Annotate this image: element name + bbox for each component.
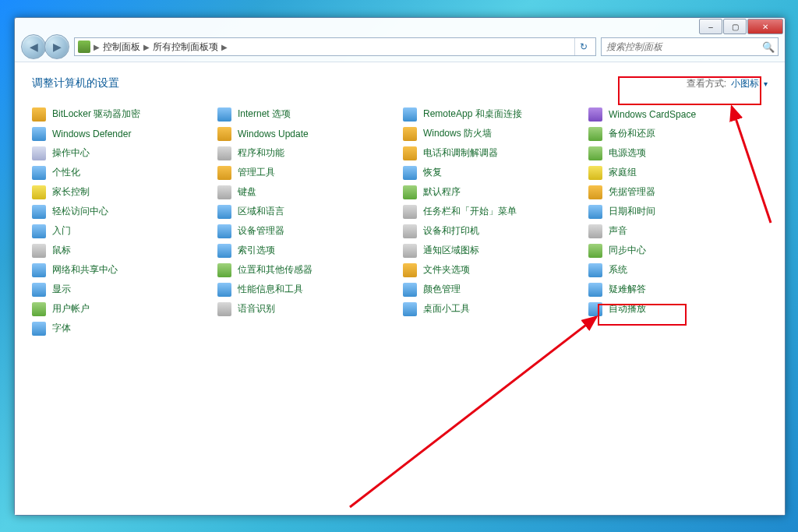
item-label: 声音 bbox=[609, 224, 627, 238]
control-panel-item[interactable]: 索引选项 bbox=[214, 241, 400, 260]
nav-buttons: ◀ ▶ bbox=[21, 34, 69, 59]
item-icon bbox=[217, 146, 231, 160]
item-label: 文件夹选项 bbox=[423, 263, 470, 277]
item-icon bbox=[403, 146, 417, 160]
view-mode-value[interactable]: 小图标 bbox=[731, 77, 759, 90]
control-panel-item[interactable]: 文件夹选项 bbox=[400, 260, 585, 280]
item-icon bbox=[588, 107, 602, 122]
control-panel-item[interactable]: 桌面小工具 bbox=[400, 299, 585, 319]
control-panel-item[interactable]: 电话和调制解调器 bbox=[400, 143, 585, 163]
items-grid: BitLocker 驱动器加密Internet 选项RemoteApp 和桌面连… bbox=[15, 100, 785, 343]
breadcrumb-control-panel[interactable]: 控制面板 bbox=[103, 41, 140, 54]
item-label: 默认程序 bbox=[423, 185, 461, 199]
control-panel-item[interactable]: 网络和共享中心 bbox=[29, 260, 214, 280]
item-label: 设备和打印机 bbox=[423, 224, 479, 238]
content-area: 调整计算机的设置 查看方式: 小图标 ▾ BitLocker 驱动器加密Inte… bbox=[15, 62, 785, 515]
item-label: 个性化 bbox=[52, 166, 80, 179]
item-icon bbox=[217, 205, 231, 219]
item-icon bbox=[217, 244, 231, 258]
refresh-button[interactable]: ↻ bbox=[574, 38, 592, 55]
item-icon bbox=[403, 185, 417, 199]
control-panel-item[interactable]: 管理工具 bbox=[214, 163, 400, 182]
control-panel-item[interactable]: 程序和功能 bbox=[214, 143, 400, 163]
control-panel-item[interactable]: BitLocker 驱动器加密 bbox=[29, 104, 214, 124]
control-panel-item[interactable]: 电源选项 bbox=[585, 143, 771, 163]
item-label: Windows Update bbox=[238, 129, 309, 139]
control-panel-item[interactable]: 字体 bbox=[29, 319, 214, 338]
search-input[interactable] bbox=[605, 41, 762, 53]
address-bar[interactable]: ▶ 控制面板 ▶ 所有控制面板项 ▶ ↻ bbox=[74, 37, 596, 56]
control-panel-item[interactable]: RemoteApp 和桌面连接 bbox=[400, 104, 585, 124]
control-panel-item[interactable]: 设备管理器 bbox=[214, 221, 400, 241]
view-mode-selector[interactable]: 查看方式: 小图标 ▾ bbox=[687, 77, 768, 90]
control-panel-item[interactable]: 键盘 bbox=[214, 182, 400, 202]
control-panel-item[interactable]: Windows Defender bbox=[29, 124, 214, 143]
control-panel-item[interactable]: 任务栏和「开始」菜单 bbox=[400, 202, 585, 221]
control-panel-item[interactable]: 显示 bbox=[29, 280, 214, 299]
back-button[interactable]: ◀ bbox=[21, 34, 46, 59]
item-icon bbox=[588, 127, 602, 141]
item-icon bbox=[217, 263, 231, 277]
control-panel-item[interactable]: 语音识别 bbox=[214, 299, 400, 319]
control-panel-item[interactable]: 操作中心 bbox=[29, 143, 214, 163]
control-panel-item[interactable]: Windows Update bbox=[214, 124, 400, 143]
item-label: Windows 防火墙 bbox=[423, 127, 492, 140]
control-panel-item[interactable]: 系统 bbox=[585, 260, 771, 280]
control-panel-item[interactable]: Windows 防火墙 bbox=[400, 124, 585, 143]
control-panel-item[interactable]: 家长控制 bbox=[29, 182, 214, 202]
control-panel-item[interactable]: 用户帐户 bbox=[29, 299, 214, 319]
control-panel-item[interactable]: 疑难解答 bbox=[585, 280, 771, 299]
item-icon bbox=[217, 185, 231, 199]
control-panel-item[interactable]: 通知区域图标 bbox=[400, 241, 585, 260]
control-panel-item[interactable]: 恢复 bbox=[400, 163, 585, 182]
item-label: 网络和共享中心 bbox=[52, 263, 118, 277]
chevron-right-icon: ▶ bbox=[221, 43, 228, 51]
item-label: 操作中心 bbox=[52, 146, 90, 160]
breadcrumb-all-items[interactable]: 所有控制面板项 bbox=[153, 41, 218, 54]
item-icon bbox=[403, 224, 417, 238]
control-panel-item[interactable]: 轻松访问中心 bbox=[29, 202, 214, 221]
item-icon bbox=[403, 302, 417, 316]
control-panel-item[interactable]: 颜色管理 bbox=[400, 280, 585, 299]
item-icon bbox=[588, 244, 602, 258]
control-panel-item[interactable]: 自动播放 bbox=[585, 299, 771, 319]
control-panel-item[interactable]: 声音 bbox=[585, 221, 771, 241]
item-icon bbox=[217, 283, 231, 297]
minimize-button[interactable]: – bbox=[699, 19, 722, 34]
control-panel-icon bbox=[78, 41, 90, 53]
item-icon bbox=[588, 205, 602, 219]
control-panel-item[interactable]: 同步中心 bbox=[585, 241, 771, 260]
item-label: 桌面小工具 bbox=[423, 302, 470, 315]
control-panel-item[interactable]: 设备和打印机 bbox=[400, 221, 585, 241]
control-panel-item[interactable]: 位置和其他传感器 bbox=[214, 260, 400, 280]
control-panel-item[interactable]: 个性化 bbox=[29, 163, 214, 182]
control-panel-item[interactable]: Windows CardSpace bbox=[585, 104, 771, 124]
item-label: 家庭组 bbox=[609, 166, 637, 179]
item-label: 自动播放 bbox=[609, 302, 646, 315]
view-mode-label: 查看方式: bbox=[687, 77, 726, 90]
item-icon bbox=[32, 224, 46, 238]
control-panel-item[interactable]: Internet 选项 bbox=[214, 104, 400, 124]
chevron-right-icon: ▶ bbox=[94, 43, 100, 51]
maximize-button[interactable]: ▢ bbox=[723, 19, 747, 34]
control-panel-item[interactable]: 凭据管理器 bbox=[585, 182, 771, 202]
item-label: 入门 bbox=[52, 224, 71, 238]
control-panel-item[interactable]: 鼠标 bbox=[29, 241, 214, 260]
search-box[interactable]: 🔍 bbox=[601, 37, 779, 56]
item-icon bbox=[403, 283, 417, 297]
item-icon bbox=[32, 205, 46, 219]
control-panel-item[interactable]: 日期和时间 bbox=[585, 202, 771, 221]
forward-button[interactable]: ▶ bbox=[44, 34, 69, 59]
chevron-right-icon: ▶ bbox=[143, 43, 150, 51]
control-panel-item[interactable]: 家庭组 bbox=[585, 163, 771, 182]
item-icon bbox=[217, 127, 231, 141]
control-panel-item[interactable]: 区域和语言 bbox=[214, 202, 400, 221]
item-icon bbox=[32, 283, 46, 297]
control-panel-item[interactable]: 性能信息和工具 bbox=[214, 280, 400, 299]
item-label: 性能信息和工具 bbox=[238, 283, 303, 296]
control-panel-item[interactable]: 备份和还原 bbox=[585, 124, 771, 143]
control-panel-item[interactable]: 默认程序 bbox=[400, 182, 585, 202]
control-panel-item[interactable]: 入门 bbox=[29, 221, 214, 241]
close-button[interactable]: ✕ bbox=[747, 19, 783, 34]
item-icon bbox=[32, 146, 46, 160]
